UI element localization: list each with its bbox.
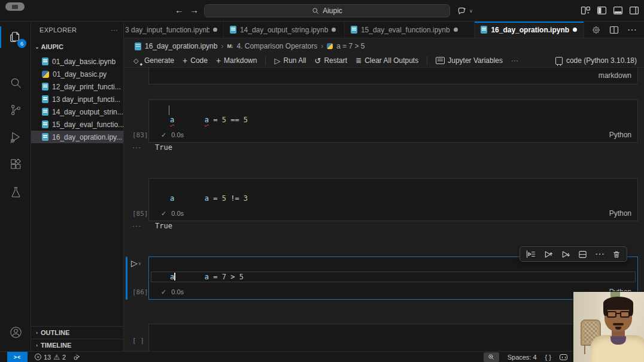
notebook-settings-gear-icon[interactable]	[591, 25, 601, 35]
notebook-file-icon	[42, 120, 48, 128]
breadcrumb-cell[interactable]: a = 7 > 5	[336, 42, 364, 50]
workspace-section-header[interactable]: ⌄ AIUPIC	[31, 41, 124, 53]
testing-flask-icon[interactable]	[0, 179, 31, 205]
cell-language-label[interactable]: Python	[609, 209, 631, 218]
code-token: a	[170, 116, 174, 124]
screen-indicator-pill[interactable]	[5, 2, 25, 11]
language-braces-indicator[interactable]: { }	[545, 354, 551, 361]
notebook-file-icon	[42, 95, 48, 103]
search-sidebar-icon[interactable]	[0, 70, 31, 96]
file-name: 13 day_input_functi...	[52, 95, 120, 104]
copilot-status-icon[interactable]	[560, 354, 567, 360]
plus-icon: +	[183, 56, 187, 65]
toggle-secondary-sidebar-icon[interactable]	[629, 5, 639, 16]
breadcrumb-file[interactable]: 16_day_opration.ipynb	[145, 42, 217, 50]
toggle-primary-sidebar-icon[interactable]	[597, 5, 607, 16]
breadcrumb-separator: ›	[221, 42, 223, 50]
search-value: Aiupic	[323, 7, 342, 15]
execute-above-cells-icon[interactable]	[543, 250, 553, 259]
file-item[interactable]: 01_day_basic.py	[31, 68, 124, 80]
code-cell-86-active[interactable]: a = 7 > 5 a ✓ 0.0s Python	[148, 257, 638, 300]
cell-language-label[interactable]: Python	[609, 131, 631, 139]
run-debug-icon[interactable]	[0, 123, 31, 150]
tasks-button[interactable]	[73, 353, 81, 361]
tasks-icon	[73, 353, 81, 361]
run-cell-button[interactable]: ▷ ∨	[131, 258, 141, 268]
success-check-icon: ✓	[161, 131, 166, 139]
execute-cell-and-below-icon[interactable]	[561, 250, 570, 259]
spaces-indicator[interactable]: Spaces: 4	[508, 354, 537, 361]
webcam-person-glasses	[620, 311, 630, 318]
split-cell-icon[interactable]	[578, 250, 587, 259]
file-name: 12_day_print_functi...	[52, 83, 121, 91]
split-editor-icon[interactable]	[609, 25, 619, 35]
account-icon[interactable]	[0, 319, 31, 345]
copilot-menu-button[interactable]: ∨	[457, 4, 473, 17]
outline-label: OUTLINE	[41, 329, 69, 336]
output-collapse-icon[interactable]: ···	[132, 222, 141, 230]
code-token: 5	[222, 116, 226, 124]
file-name: 01_day_basic.py	[53, 70, 107, 79]
execution-count: [83]	[132, 131, 148, 139]
file-name: 14_day_output_strin...	[52, 108, 123, 116]
webcam-chair-leg	[584, 345, 585, 354]
kernel-picker-button[interactable]: code (Python 3.10.18)	[555, 56, 644, 65]
tab-13-day-input-function[interactable]: 3 day_input_function.ipynb	[124, 22, 224, 38]
webcam-person-mustache	[613, 323, 624, 325]
empty-code-cell[interactable]	[148, 324, 638, 351]
cell-action-toolbar: ···	[520, 246, 627, 262]
timeline-panel-header[interactable]: ›TIMELINE	[31, 339, 124, 351]
nav-forward-button[interactable]: →	[190, 5, 199, 15]
sidebar-more-icon[interactable]: ···	[111, 26, 118, 34]
source-control-icon[interactable]	[0, 96, 31, 123]
tab-14-day-output-string[interactable]: 14_day_output_string.ipynb	[224, 22, 345, 38]
toolbar-more-icon[interactable]: ···	[511, 56, 518, 65]
run-by-line-icon[interactable]	[526, 250, 536, 258]
markdown-cell-partial[interactable]: markdown	[148, 68, 638, 85]
extensions-icon[interactable]	[0, 151, 31, 177]
add-markdown-cell-button[interactable]: + Markdown	[216, 56, 257, 65]
file-item-selected[interactable]: 16_day_opration.ipy...	[31, 131, 124, 143]
restart-button[interactable]: ↺ Restart	[315, 56, 348, 65]
breadcrumb-section[interactable]: 4. Comparison Operators	[236, 42, 317, 50]
cell-more-actions-icon[interactable]: ···	[595, 249, 604, 260]
tab-more-actions-icon[interactable]: ···	[627, 25, 637, 35]
python-cell-icon	[327, 43, 333, 49]
tab-15-day-eval-function[interactable]: 15_day_eval_function.ipynb	[345, 22, 475, 38]
webcam-person-hair	[629, 303, 633, 316]
command-center-search[interactable]: Aiupic	[204, 4, 450, 17]
customize-layout-icon[interactable]	[581, 5, 591, 16]
notebook-file-icon	[42, 133, 48, 141]
delete-cell-icon[interactable]	[612, 250, 621, 259]
code-cell-83[interactable]: a = 5 == 5 a ✓ 0.0s Python	[148, 99, 638, 143]
code-cell-85[interactable]: a = 5 != 3 a ✓ 0.0s Python	[148, 178, 638, 221]
execution-time: 0.0s	[171, 288, 184, 295]
file-item[interactable]: 14_day_output_strin...	[31, 105, 124, 118]
file-item[interactable]: 13 day_input_functi...	[31, 93, 124, 105]
title-bar: ← → Aiupic ∨	[0, 0, 644, 22]
zoom-button[interactable]	[484, 352, 499, 362]
jupyter-variables-button[interactable]: Jupyter Variables	[436, 56, 503, 65]
remote-indicator-button[interactable]: ><	[7, 352, 28, 362]
problems-button[interactable]: × 13 ⚠ 2	[35, 353, 66, 361]
tab-16-day-opration[interactable]: 16_day_opration.ipynb	[475, 22, 584, 38]
add-code-cell-button[interactable]: + Code	[183, 56, 208, 65]
notebook-file-icon	[481, 26, 487, 34]
clear-all-outputs-button[interactable]: ≣ Clear All Outputs	[356, 56, 418, 65]
outline-panel-header[interactable]: ›OUTLINE	[31, 326, 124, 339]
code-token: 5	[244, 116, 248, 124]
notebook-editor: markdown a = 5 == 5 a ✓ 0.0s Python [83]…	[124, 68, 644, 351]
run-all-button[interactable]: ▷ Run All	[274, 56, 306, 65]
file-item[interactable]: 12_day_print_functi...	[31, 80, 124, 93]
run-icon: ▷	[131, 258, 138, 268]
file-name: 15_day_eval_functio...	[52, 120, 124, 129]
toggle-panel-icon[interactable]	[613, 5, 623, 16]
explorer-icon[interactable]: 6	[0, 24, 31, 50]
chevron-expanded-icon: ⌄	[35, 44, 39, 50]
generate-button[interactable]: ◇◆ Generate	[133, 56, 174, 65]
file-item[interactable]: 01_day_basic.ipynb	[31, 55, 124, 68]
chevron-down-icon: ∨	[138, 261, 141, 266]
nav-back-button[interactable]: ←	[175, 5, 184, 15]
file-item[interactable]: 15_day_eval_functio...	[31, 118, 124, 131]
output-collapse-icon[interactable]: ···	[132, 143, 141, 152]
